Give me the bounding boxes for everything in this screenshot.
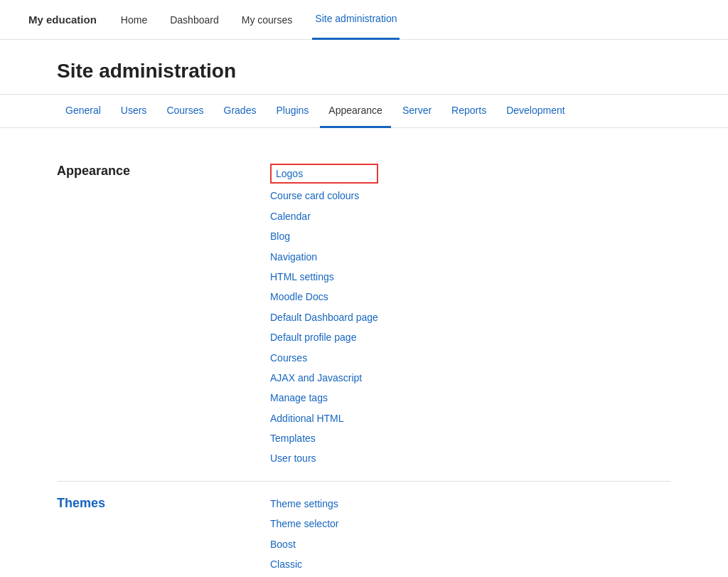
link-theme-selector[interactable]: Theme selector [270,516,338,531]
tab-server[interactable]: Server [394,95,440,128]
top-nav-link-dashboard[interactable]: Dashboard [167,0,222,40]
section-label-themes: Themes [57,496,270,573]
page-title: Site administration [57,60,671,83]
link-courses[interactable]: Courses [270,350,378,366]
link-moodle-docs[interactable]: Moodle Docs [270,289,378,305]
link-course-card-colours[interactable]: Course card colours [270,188,378,203]
section-links-themes: Theme settingsTheme selectorBoostClassic [270,496,338,573]
top-nav-link-home[interactable]: Home [118,0,150,40]
link-navigation[interactable]: Navigation [270,249,378,265]
link-default-profile-page[interactable]: Default profile page [270,329,378,345]
link-classic[interactable]: Classic [270,556,338,572]
link-html-settings[interactable]: HTML settings [270,269,378,285]
brand: My education [28,14,97,26]
tab-appearance[interactable]: Appearance [320,95,391,128]
top-nav-link-site-administration[interactable]: Site administration [312,0,400,40]
section-appearance: AppearanceLogosCourse card coloursCalend… [57,149,671,482]
tab-general[interactable]: General [57,95,109,128]
link-manage-tags[interactable]: Manage tags [270,390,378,406]
link-theme-settings[interactable]: Theme settings [270,496,338,512]
link-ajax-and-javascript[interactable]: AJAX and Javascript [270,370,378,386]
section-themes: ThemesTheme settingsTheme selectorBoostC… [57,482,671,577]
link-user-tours[interactable]: User tours [270,450,378,466]
link-logos[interactable]: Logos [270,164,378,184]
tab-reports[interactable]: Reports [443,95,495,128]
link-default-dashboard-page[interactable]: Default Dashboard page [270,309,378,325]
top-nav-links: HomeDashboardMy coursesSite administrati… [118,0,400,40]
top-nav-link-my-courses[interactable]: My courses [239,0,296,40]
tab-development[interactable]: Development [498,95,574,128]
link-templates[interactable]: Templates [270,430,378,446]
tab-users[interactable]: Users [112,95,156,128]
tab-grades[interactable]: Grades [215,95,265,128]
link-boost[interactable]: Boost [270,536,338,552]
link-blog[interactable]: Blog [270,228,378,244]
tab-plugins[interactable]: Plugins [267,95,317,128]
section-label-appearance: Appearance [57,164,270,467]
link-calendar[interactable]: Calendar [270,208,378,224]
section-links-appearance: LogosCourse card coloursCalendarBlogNavi… [270,164,378,467]
top-nav: My education HomeDashboardMy coursesSite… [0,0,728,40]
tab-courses[interactable]: Courses [158,95,212,128]
page-header: Site administration [0,40,728,95]
link-additional-html[interactable]: Additional HTML [270,411,378,426]
main-content: AppearanceLogosCourse card coloursCalend… [0,128,728,577]
section-tabs: GeneralUsersCoursesGradesPluginsAppearan… [0,95,728,128]
